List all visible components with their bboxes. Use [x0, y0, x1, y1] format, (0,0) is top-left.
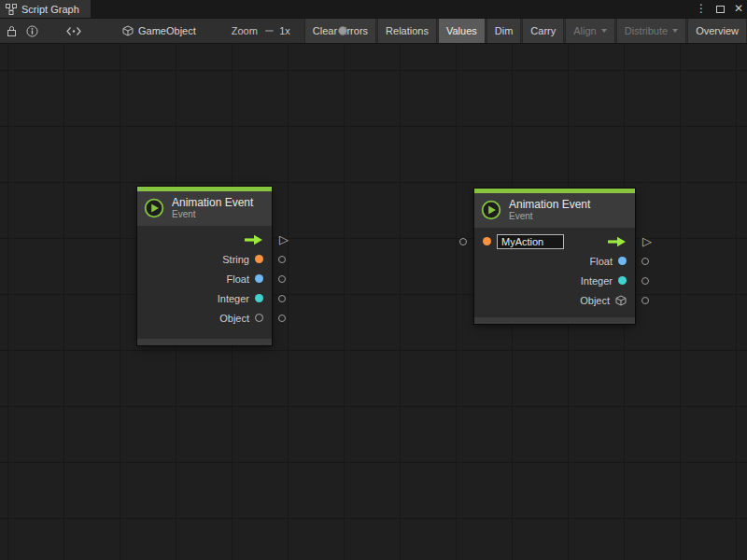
flow-output-port[interactable]: ▷	[279, 232, 289, 245]
output-row-float: Float	[137, 269, 272, 288]
animation-event-node-2[interactable]: Animation Event Event ▷	[474, 189, 635, 324]
node-body: ▷ Float Integer Object	[474, 228, 635, 317]
window-menu-icon[interactable]: ⋮	[696, 0, 707, 18]
port-label: Integer	[581, 275, 613, 287]
string-type-icon	[483, 237, 491, 245]
code-view-icon[interactable]	[66, 26, 81, 36]
zoom-label: Zoom	[232, 25, 258, 36]
values-button[interactable]: Values	[438, 19, 486, 43]
float-type-icon	[618, 257, 627, 265]
node-header[interactable]: Animation Event Event	[137, 191, 272, 226]
string-type-icon	[255, 255, 263, 263]
float-type-icon	[255, 274, 263, 283]
node-footer	[474, 317, 635, 324]
node-body: ▷ String Float Integer	[137, 226, 272, 339]
distribute-label: Distribute	[625, 25, 668, 36]
port-label: Object	[219, 313, 249, 324]
integer-type-icon	[255, 294, 263, 302]
port-label: Integer	[218, 293, 249, 304]
close-icon[interactable]: ✕	[734, 0, 743, 18]
script-graph-icon	[6, 4, 17, 15]
output-row-integer: Integer	[137, 288, 272, 308]
node-title: Animation Event	[172, 196, 253, 209]
info-icon[interactable]	[26, 25, 38, 37]
zoom-slider-track	[265, 30, 274, 32]
chevron-down-icon	[672, 29, 678, 33]
integer-output-port[interactable]	[278, 295, 286, 302]
distribute-dropdown[interactable]: Distribute	[616, 19, 686, 43]
toolbar-buttons: Clear Errors Relations Values Dim Carry …	[303, 19, 747, 43]
string-output-port[interactable]	[278, 256, 286, 263]
event-play-icon	[481, 200, 501, 220]
flow-output-port[interactable]: ▷	[642, 234, 652, 246]
flow-arrow-icon	[244, 234, 263, 245]
lock-icon[interactable]	[7, 25, 17, 37]
gameobject-reference[interactable]: GameObject	[122, 25, 196, 36]
object-type-icon	[255, 314, 263, 322]
port-label: Object	[580, 295, 610, 306]
node-subtitle: Event	[509, 211, 590, 222]
zoom-slider[interactable]	[265, 24, 274, 37]
align-label: Align	[573, 25, 596, 36]
dim-button[interactable]: Dim	[486, 19, 522, 43]
integer-type-icon	[618, 276, 627, 285]
overview-button[interactable]: Overview	[687, 19, 747, 43]
tab-title: Script Graph	[21, 4, 79, 15]
zoom-value: 1x	[279, 25, 290, 36]
integer-output-port[interactable]	[641, 277, 649, 285]
name-input-port[interactable]	[459, 238, 467, 245]
chevron-down-icon	[601, 29, 607, 33]
relations-button[interactable]: Relations	[377, 19, 437, 43]
node-footer	[137, 339, 272, 345]
float-output-port[interactable]	[278, 275, 286, 283]
animation-event-node-1[interactable]: Animation Event Event ▷ String	[137, 187, 272, 345]
align-dropdown[interactable]: Align	[565, 19, 614, 43]
graph-toolbar: GameObject Zoom 1x Clear Errors Relation…	[0, 18, 747, 44]
node-title: Animation Event	[509, 198, 590, 211]
object-cube-icon	[615, 295, 627, 306]
event-play-icon	[144, 198, 164, 218]
port-label: Float	[227, 273, 249, 285]
tab-script-graph[interactable]: Script Graph	[0, 0, 91, 18]
zoom-slider-handle[interactable]	[338, 26, 347, 35]
node-titles: Animation Event Event	[509, 198, 590, 222]
flow-output-row: ▷	[137, 230, 272, 249]
flow-arrow-icon	[607, 236, 627, 247]
port-label: String	[222, 254, 249, 265]
float-output-port[interactable]	[641, 258, 649, 265]
carry-button[interactable]: Carry	[522, 19, 564, 43]
tab-bar: Script Graph ⋮ ✕	[0, 0, 747, 18]
output-row-float: Float	[474, 251, 635, 271]
output-row-object: Object	[474, 290, 635, 310]
maximize-icon[interactable]	[716, 6, 725, 13]
gameobject-label: GameObject	[138, 25, 196, 36]
window-controls: ⋮ ✕	[696, 0, 743, 18]
gameobject-icon	[122, 25, 134, 36]
output-row-string: String	[137, 249, 272, 269]
output-row-integer: Integer	[474, 271, 635, 290]
port-label: Float	[590, 256, 613, 267]
graph-canvas[interactable]: Animation Event Event ▷ String	[0, 44, 747, 560]
node-titles: Animation Event Event	[172, 196, 253, 220]
node-subtitle: Event	[172, 209, 253, 220]
object-output-port[interactable]	[641, 297, 649, 304]
node-header[interactable]: Animation Event Event	[474, 193, 635, 228]
script-graph-window: Script Graph ⋮ ✕	[0, 0, 747, 560]
name-input-row: ▷	[474, 231, 635, 251]
output-row-object: Object	[137, 308, 272, 328]
object-output-port[interactable]	[278, 315, 286, 322]
action-name-input[interactable]	[497, 234, 564, 249]
